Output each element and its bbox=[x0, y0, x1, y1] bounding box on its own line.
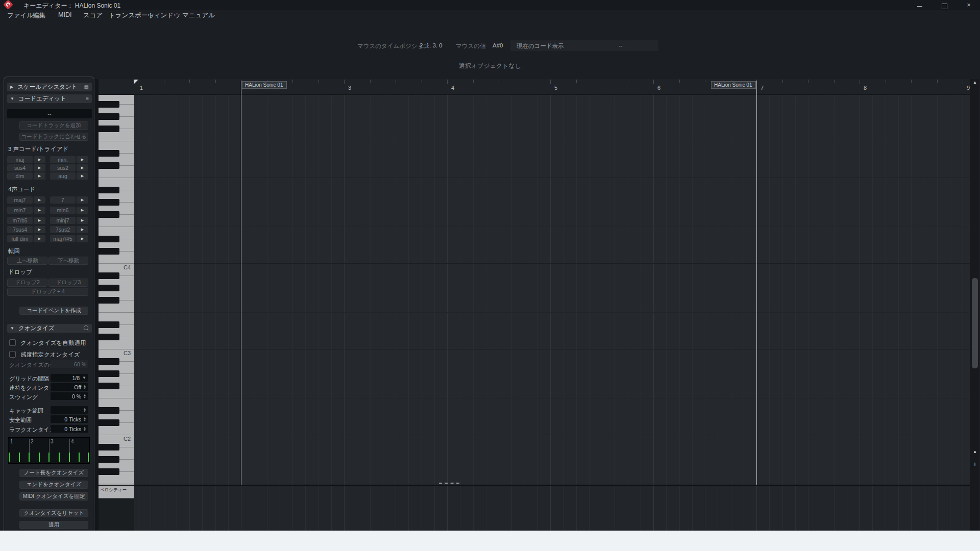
chord-min-button[interactable]: min. bbox=[50, 156, 76, 163]
menu-midi[interactable]: MIDI bbox=[58, 11, 71, 18]
note-grid[interactable] bbox=[134, 95, 970, 485]
bar-number: 1 bbox=[140, 85, 143, 91]
left-gap bbox=[94, 79, 99, 531]
drop2-4-button[interactable]: ドロップ2 + 4 bbox=[7, 288, 88, 296]
chord-sus4-button[interactable]: sus4 bbox=[7, 164, 33, 171]
drop2-button[interactable]: ドロップ2 bbox=[7, 279, 47, 287]
chord-m7b5-button[interactable]: m7/b5 bbox=[7, 217, 33, 224]
rough-quantize-field[interactable]: 0 Ticks▲▼ bbox=[51, 425, 88, 433]
menu-edit[interactable]: 編集 bbox=[33, 11, 45, 20]
velocity-lane[interactable] bbox=[134, 486, 970, 531]
drop3-button[interactable]: ドロップ3 bbox=[48, 279, 88, 287]
add-chord-track-button[interactable]: コードトラックを追加 bbox=[19, 121, 88, 130]
chord-display-value: -- bbox=[619, 42, 623, 48]
chord-aug-play-icon[interactable]: ▶ bbox=[77, 172, 88, 180]
catch-range-field[interactable]: -▲▼ bbox=[51, 406, 88, 414]
menu-manual[interactable]: マニュアル bbox=[182, 11, 215, 20]
scale-grid-icon: ▦ bbox=[84, 84, 89, 90]
expanded-caret-icon: ▼ bbox=[10, 96, 14, 101]
chord-dim-button[interactable]: dim bbox=[7, 172, 33, 180]
chord-7sus4-button[interactable]: 7sus4 bbox=[7, 226, 33, 233]
chord-min-play-icon[interactable]: ▶ bbox=[77, 156, 88, 163]
chord-maj7s5-button[interactable]: maj7/#5 bbox=[50, 235, 76, 242]
current-chord-display: 現在のコード表示 -- bbox=[510, 40, 658, 51]
swing-field[interactable]: 0 %▲▼ bbox=[51, 392, 88, 400]
menu-file[interactable]: ファイル bbox=[7, 11, 33, 20]
chord-maj7s5-play-icon[interactable]: ▶ bbox=[77, 235, 88, 242]
chord-fulldim-button[interactable]: full dim bbox=[7, 235, 33, 242]
menu-window[interactable]: ウィンドウ bbox=[148, 11, 180, 20]
match-chord-track-button[interactable]: コードトラックに合わせる bbox=[19, 133, 88, 141]
zoom-in-icon[interactable]: + bbox=[971, 461, 979, 468]
window-title: キーエディター： HALion Sonic 01 bbox=[23, 2, 120, 10]
part-start-boundary[interactable] bbox=[241, 81, 241, 485]
chord-minj7-button[interactable]: minj7 bbox=[50, 217, 76, 224]
chord-min7-button[interactable]: min7 bbox=[7, 207, 33, 214]
quantize-ends-button[interactable]: エンドをクオンタイズ bbox=[19, 481, 88, 489]
chord-maj-play-icon[interactable]: ▶ bbox=[34, 156, 45, 163]
ruler-start-marker[interactable] bbox=[134, 80, 138, 84]
chord-aug-button[interactable]: aug bbox=[50, 172, 76, 180]
soft-quantize-checkbox[interactable] bbox=[9, 351, 16, 358]
safe-range-field[interactable]: 0 Ticks▲▼ bbox=[51, 415, 88, 423]
piano-keyboard[interactable]: C4 C3 C2 C1 bbox=[99, 95, 134, 485]
tetrads-label: 4声コード bbox=[8, 186, 35, 193]
chord-sus2-button[interactable]: sus2 bbox=[50, 164, 76, 171]
grid-spacing-dropdown[interactable]: 1/8▼ bbox=[51, 374, 88, 382]
maximize-button[interactable] bbox=[938, 1, 950, 9]
minimize-button[interactable] bbox=[914, 1, 926, 9]
section-chord-edit[interactable]: ▼ コードエディット ≡ bbox=[7, 94, 92, 103]
chord-7-play-icon[interactable]: ▶ bbox=[77, 196, 88, 204]
chord-sus4-play-icon[interactable]: ▶ bbox=[34, 164, 45, 171]
close-button[interactable]: × bbox=[963, 1, 975, 9]
velocity-lane-label: ベロシティー bbox=[100, 487, 127, 493]
bar-number: 4 bbox=[451, 85, 454, 91]
scroll-up-icon[interactable]: ▲ bbox=[971, 80, 979, 85]
chord-minj7-play-icon[interactable]: ▶ bbox=[77, 217, 88, 224]
lane-resize-handle[interactable] bbox=[439, 483, 459, 484]
grid-spacing-label: グリッドの間隔 bbox=[9, 375, 49, 383]
selection-status: 選択オブジェクトなし bbox=[0, 62, 980, 70]
section-scale-assistant[interactable]: ▶ スケールアシスタント ▦ bbox=[7, 83, 92, 91]
chord-sus2-play-icon[interactable]: ▶ bbox=[77, 164, 88, 171]
chord-maj7-button[interactable]: maj7 bbox=[7, 196, 33, 204]
chord-min7-play-icon[interactable]: ▶ bbox=[34, 207, 45, 214]
chord-7-button[interactable]: 7 bbox=[50, 196, 76, 204]
quantize-note-length-button[interactable]: ノート長をクオンタイズ bbox=[19, 469, 88, 477]
chord-maj-button[interactable]: maj bbox=[7, 156, 33, 163]
section-quantize[interactable]: ▼ クオンタイズ bbox=[7, 324, 92, 333]
chord-7sus2-play-icon[interactable]: ▶ bbox=[77, 226, 88, 233]
chord-maj7-play-icon[interactable]: ▶ bbox=[34, 196, 45, 204]
catch-range-label: キャッチ範囲 bbox=[9, 407, 43, 415]
chord-m7b5-play-icon[interactable]: ▶ bbox=[34, 217, 45, 224]
reset-quantize-button[interactable]: クオンタイズをリセット bbox=[19, 509, 88, 517]
freeze-midi-quantize-button[interactable]: MIDI クオンタイズを固定 bbox=[19, 492, 88, 500]
chord-min6-play-icon[interactable]: ▶ bbox=[77, 207, 88, 214]
tuplet-field[interactable]: Off▲▼ bbox=[51, 383, 88, 391]
move-up-button[interactable]: 上へ移動 bbox=[7, 257, 47, 265]
vertical-scrollbar[interactable]: ▲ ● + bbox=[971, 79, 979, 531]
rough-quantize-label: ラフクオンタイズ bbox=[9, 426, 55, 434]
part-name-label-start[interactable]: HALion Sonic 01 bbox=[242, 81, 287, 89]
timeline-ruler[interactable]: 13456789 bbox=[99, 79, 971, 95]
collapsed-caret-icon: ▶ bbox=[10, 85, 13, 89]
chord-min6-button[interactable]: min6 bbox=[50, 207, 76, 214]
tuplet-label: 連符をクオンタイ. bbox=[9, 384, 57, 392]
section-label: クオンタイズ bbox=[18, 324, 55, 332]
strength-field: 60 % bbox=[51, 360, 88, 368]
chord-7sus4-play-icon[interactable]: ▶ bbox=[34, 226, 45, 233]
scrollbar-thumb[interactable] bbox=[972, 278, 978, 368]
chord-fulldim-play-icon[interactable]: ▶ bbox=[34, 235, 45, 242]
part-name-label-end[interactable]: HALion Sonic 01 bbox=[711, 81, 756, 89]
part-end-boundary[interactable] bbox=[756, 81, 757, 485]
apply-quantize-button[interactable]: 適用 bbox=[19, 521, 88, 529]
move-down-button[interactable]: 下へ移動 bbox=[48, 257, 88, 265]
menu-score[interactable]: スコア bbox=[83, 11, 103, 20]
auto-apply-checkbox[interactable] bbox=[9, 339, 16, 346]
zoom-preset-dot-icon[interactable]: ● bbox=[971, 449, 979, 455]
create-chord-event-button[interactable]: コードイベントを作成 bbox=[19, 307, 88, 315]
mouse-time-label: マウスのタイムポジション bbox=[357, 42, 429, 50]
chord-dim-play-icon[interactable]: ▶ bbox=[34, 172, 45, 180]
chord-7sus2-button[interactable]: 7sus2 bbox=[50, 226, 76, 233]
swing-label: スウィング bbox=[9, 393, 38, 401]
